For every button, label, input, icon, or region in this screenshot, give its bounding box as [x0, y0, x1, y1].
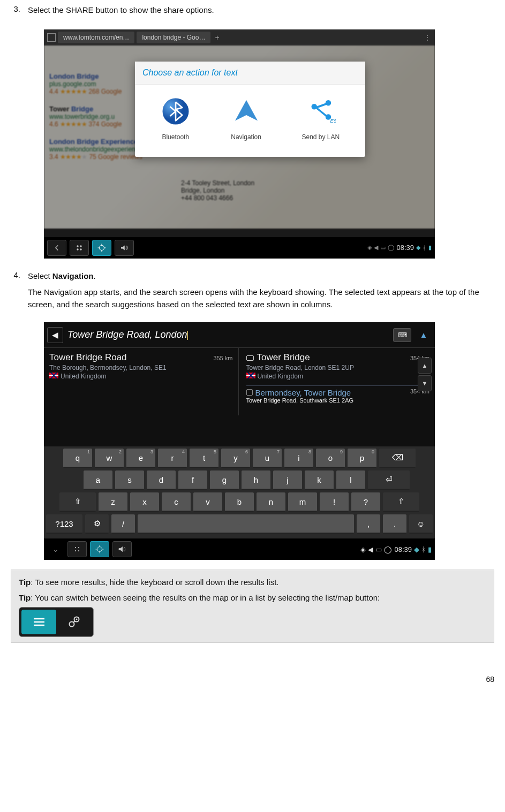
- key-dot[interactable]: .: [383, 514, 406, 534]
- result-poi-2[interactable]: Bermondsey, Tower Bridge 354 km Tower Br…: [246, 383, 430, 404]
- share-bluetooth[interactable]: Bluetooth: [161, 96, 191, 141]
- tab-overflow-icon[interactable]: ⋮: [424, 34, 432, 41]
- result-address-1[interactable]: Tower Bridge Road355 km The Borough, Ber…: [49, 352, 233, 380]
- volume-button[interactable]: [115, 240, 134, 256]
- screenshot-nav-search: ◀ Tower Bridge Road, London| ⌨ ▲ Tower B…: [44, 322, 435, 560]
- key-h[interactable]: h: [242, 470, 270, 490]
- step-4-num: 4.: [11, 270, 20, 315]
- step-3-num: 3.: [11, 4, 20, 21]
- key-backspace[interactable]: ⌫: [379, 449, 416, 468]
- key-k[interactable]: k: [305, 470, 334, 490]
- svg-point-14: [97, 547, 102, 552]
- key-a[interactable]: a: [84, 470, 112, 490]
- key-t[interactable]: t5: [190, 449, 218, 468]
- svg-point-5: [77, 245, 78, 246]
- svg-point-9: [100, 245, 104, 250]
- send-icon: ◀: [374, 244, 378, 251]
- share-navigation[interactable]: Navigation: [231, 96, 261, 141]
- key-q[interactable]: q1: [63, 449, 92, 468]
- on-screen-keyboard: q1w2e3r4t5y6u7i8o9p0⌫ asdfghjkl⏎ ⇧zxcvbn…: [44, 446, 435, 538]
- scroll-up-button[interactable]: ▲: [418, 358, 432, 374]
- key-space[interactable]: [138, 514, 354, 534]
- browser-tab-2[interactable]: london bridge - Goo…: [137, 32, 210, 43]
- key-shift-left[interactable]: ⇧: [59, 492, 96, 512]
- svg-text:ES: ES: [330, 118, 336, 124]
- apps-button[interactable]: [70, 240, 89, 256]
- list-icon: [21, 610, 56, 634]
- key-slash[interactable]: /: [111, 514, 135, 534]
- svg-point-7: [77, 248, 78, 249]
- svg-point-10: [75, 547, 76, 548]
- share-lan-icon: ES: [306, 96, 336, 126]
- key-u[interactable]: u7: [253, 449, 282, 468]
- key-r[interactable]: r4: [158, 449, 187, 468]
- apps-button[interactable]: [67, 541, 87, 557]
- sync-icon: ◯: [388, 244, 394, 251]
- poi-icon: [246, 355, 254, 361]
- key-n[interactable]: n: [257, 492, 285, 512]
- image-icon: ▭: [380, 244, 386, 251]
- key-enter[interactable]: ⏎: [368, 470, 410, 490]
- key-?[interactable]: ?: [351, 492, 380, 512]
- wifi-icon: ◆: [416, 244, 420, 251]
- key-e[interactable]: e3: [126, 449, 155, 468]
- key-settings[interactable]: ⚙: [85, 514, 109, 534]
- key-b[interactable]: b: [225, 492, 254, 512]
- key-emoji[interactable]: ☺: [409, 514, 433, 534]
- key-y[interactable]: y6: [221, 449, 250, 468]
- expand-button[interactable]: ⌄: [47, 545, 64, 553]
- key-x[interactable]: x: [130, 492, 159, 512]
- camera-button[interactable]: [90, 541, 109, 557]
- scroll-down-button[interactable]: ▼: [418, 375, 432, 391]
- key-d[interactable]: d: [147, 470, 176, 490]
- browser-tab-1[interactable]: www.tomtom.com/en…: [58, 32, 134, 43]
- search-input[interactable]: Tower Bridge Road, London|: [67, 329, 389, 340]
- key-123[interactable]: ?123: [46, 514, 82, 534]
- map-pin-icon: [56, 610, 91, 634]
- key-o[interactable]: o9: [316, 449, 345, 468]
- uk-flag-icon: [49, 373, 58, 378]
- system-bar: ◈ ◀ ▭ ◯ 08:39 ◆ ᚼ ▮: [44, 237, 435, 259]
- bt-status-icon: ᚼ: [421, 545, 426, 553]
- svg-point-17: [76, 619, 77, 620]
- search-back-button[interactable]: ◀: [47, 327, 63, 343]
- key-z[interactable]: z: [99, 492, 127, 512]
- results-addresses: Tower Bridge Road355 km The Borough, Ber…: [44, 348, 239, 415]
- share-dialog: Choose an action for text Bluetooth Navi…: [135, 62, 365, 157]
- key-i[interactable]: i8: [284, 449, 313, 468]
- new-tab-icon[interactable]: +: [215, 33, 219, 42]
- key-![interactable]: !: [320, 492, 349, 512]
- results-poi: Tower Bridge354 km Tower Bridge Road, Lo…: [241, 348, 435, 415]
- step-3: 3. Select the SHARE button to show the s…: [11, 4, 494, 21]
- key-f[interactable]: f: [178, 470, 207, 490]
- key-m[interactable]: m: [288, 492, 317, 512]
- svg-point-13: [78, 550, 79, 551]
- back-button[interactable]: [47, 240, 66, 256]
- key-g[interactable]: g: [210, 470, 239, 490]
- key-p[interactable]: p0: [348, 449, 376, 468]
- image-icon: ▭: [375, 545, 382, 553]
- key-j[interactable]: j: [273, 470, 302, 490]
- share-send-lan[interactable]: ES Send by LAN: [302, 96, 340, 141]
- key-c[interactable]: c: [162, 492, 191, 512]
- key-l[interactable]: l: [336, 470, 365, 490]
- map-arrow-icon[interactable]: ▲: [416, 327, 432, 343]
- tip-2: Tip: You can switch between seeing the r…: [19, 592, 486, 604]
- bt-status-icon: ᚼ: [423, 245, 426, 251]
- key-v[interactable]: v: [193, 492, 222, 512]
- keyboard-toggle-button[interactable]: ⌨: [393, 328, 411, 342]
- svg-point-8: [80, 248, 81, 249]
- svg-point-11: [78, 547, 79, 548]
- key-comma[interactable]: ,: [357, 514, 380, 534]
- clock: ◈ ◀ ▭ ◯ 08:39 ◆ ᚼ ▮: [360, 545, 432, 553]
- key-shift-right[interactable]: ⇧: [383, 492, 419, 512]
- camera-button[interactable]: [92, 240, 111, 256]
- volume-button[interactable]: [112, 541, 132, 557]
- step-4: 4. Select Navigation. The Navigation app…: [11, 270, 494, 315]
- key-s[interactable]: s: [115, 470, 144, 490]
- list-map-toggle[interactable]: [19, 607, 94, 637]
- key-w[interactable]: w2: [95, 449, 124, 468]
- result-poi-1[interactable]: Tower Bridge354 km Tower Bridge Road, Lo…: [246, 352, 430, 380]
- system-bar: ⌄ ◈ ◀ ▭ ◯ 08:39 ◆ ᚼ ▮: [44, 538, 435, 560]
- clock: ◈ ◀ ▭ ◯ 08:39 ◆ ᚼ ▮: [367, 244, 432, 252]
